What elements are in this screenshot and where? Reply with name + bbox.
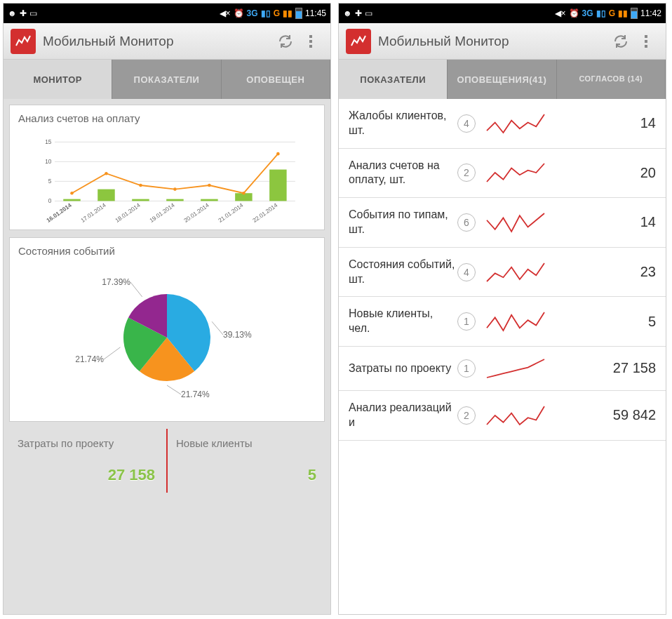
phone-right: ☻ ✚ ▭ ◀× ⏰ 3G ▮▯ G ▮▮ 11:42 Мобильный Мо… — [338, 3, 666, 615]
status-icon-image: ▭ — [29, 8, 37, 18]
indicator-row[interactable]: Анализ счетов на оплату, шт. 2 20 — [339, 149, 666, 199]
tab-notifications[interactable]: ОПОВЕЩЕН — [222, 60, 330, 99]
card-title: Анализ счетов на оплату — [10, 105, 324, 131]
svg-text:16.01.2014: 16.01.2014 — [46, 202, 73, 224]
status-time: 11:42 — [640, 8, 661, 18]
svg-text:0: 0 — [48, 198, 52, 204]
refresh-button[interactable] — [273, 29, 298, 54]
indicator-name: Анализ реализаций и — [349, 401, 457, 430]
svg-line-31 — [167, 385, 181, 394]
sparkline-icon — [484, 357, 547, 380]
refresh-button[interactable] — [608, 29, 633, 54]
status-time: 11:45 — [305, 8, 326, 18]
app-icon[interactable] — [346, 29, 371, 54]
status-icon-plus: ✚ — [355, 8, 362, 18]
battery-icon — [631, 8, 638, 19]
alarm-icon: ⏰ — [569, 8, 579, 18]
indicator-badge: 2 — [457, 406, 476, 425]
network-g: G — [274, 8, 280, 18]
svg-text:18.01.2014: 18.01.2014 — [114, 202, 142, 224]
indicator-badge: 4 — [457, 114, 476, 133]
tab-monitor[interactable]: МОНИТОР — [4, 60, 112, 99]
indicator-name: Затраты по проекту — [349, 361, 457, 376]
sparkline-icon — [484, 211, 547, 234]
mute-icon: ◀× — [220, 8, 231, 18]
indicator-value: 23 — [554, 264, 656, 280]
tab-approvals[interactable]: СОГЛАСОВ (14) — [557, 60, 666, 99]
svg-text:10: 10 — [45, 159, 52, 165]
svg-line-35 — [130, 282, 142, 297]
bottom-metrics: Затраты по проекту 27 158 Новые клиенты … — [9, 429, 325, 493]
indicator-badge: 1 — [457, 312, 476, 331]
indicator-value: 20 — [554, 165, 656, 181]
sparkline-icon — [484, 112, 547, 135]
indicator-badge: 6 — [457, 213, 476, 232]
svg-point-19 — [208, 184, 211, 187]
signal-bars-1: ▮▯ — [261, 8, 271, 18]
network-g: G — [609, 8, 615, 18]
svg-point-20 — [242, 192, 246, 195]
indicator-value: 27 158 — [554, 360, 656, 376]
indicator-row[interactable]: Затраты по проекту 1 27 158 — [339, 347, 666, 391]
status-bar: ☻ ✚ ▭ ◀× ⏰ 3G ▮▯ G ▮▮ 11:45 — [4, 4, 330, 23]
svg-rect-11 — [166, 199, 183, 201]
status-icon-cat: ☻ — [343, 8, 352, 18]
status-bar: ☻ ✚ ▭ ◀× ⏰ 3G ▮▯ G ▮▮ 11:42 — [339, 4, 666, 23]
svg-rect-12 — [201, 199, 217, 201]
card-title: Состояния событий — [10, 238, 324, 264]
svg-text:21.01.2014: 21.01.2014 — [217, 202, 245, 224]
metric-project-costs[interactable]: Затраты по проекту 27 158 — [9, 429, 168, 493]
mute-icon: ◀× — [555, 8, 566, 18]
card-event-states[interactable]: Состояния событий 39.13%21.74%21.74%17.3… — [9, 237, 325, 422]
tab-indicators[interactable]: ПОКАЗАТЕЛИ — [112, 60, 221, 99]
alarm-icon: ⏰ — [234, 8, 244, 18]
indicator-value: 5 — [554, 314, 656, 330]
metric-value: 27 158 — [18, 466, 158, 484]
svg-point-21 — [276, 152, 280, 156]
metric-value: 5 — [176, 466, 316, 484]
svg-rect-10 — [132, 199, 149, 201]
tab-notifications[interactable]: ОПОВЕЩЕНИЯ(41) — [448, 60, 556, 99]
svg-rect-14 — [269, 170, 286, 201]
sparkline-icon — [484, 310, 547, 333]
indicator-name: Жалобы клиентов, шт. — [349, 109, 457, 138]
svg-point-15 — [70, 192, 74, 195]
signal-bars-2: ▮▮ — [618, 8, 628, 18]
signal-bars-2: ▮▮ — [283, 8, 293, 18]
metric-new-clients[interactable]: Новые клиенты 5 — [168, 429, 325, 493]
card-invoice-analysis[interactable]: Анализ счетов на оплату 05101516.01.2014… — [9, 105, 325, 230]
app-icon[interactable] — [11, 29, 36, 54]
app-bar: Мобильный Монитор — [339, 23, 666, 60]
sparkline-icon — [484, 404, 547, 427]
tab-bar: ПОКАЗАТЕЛИ ОПОВЕЩЕНИЯ(41) СОГЛАСОВ (14) — [339, 60, 666, 99]
svg-text:17.01.2014: 17.01.2014 — [80, 202, 107, 224]
overflow-menu-button[interactable] — [298, 29, 323, 54]
indicator-name: Анализ счетов на оплату, шт. — [349, 159, 457, 188]
svg-text:21.74%: 21.74% — [181, 390, 210, 399]
indicator-value: 14 — [554, 115, 656, 131]
sparkline-icon — [484, 161, 547, 185]
overflow-menu-button[interactable] — [633, 29, 659, 54]
app-bar: Мобильный Монитор — [4, 23, 330, 60]
indicator-row[interactable]: Жалобы клиентов, шт. 4 14 — [339, 99, 666, 149]
indicator-row[interactable]: Новые клиенты, чел. 1 5 — [339, 297, 666, 347]
phone-left: ☻ ✚ ▭ ◀× ⏰ 3G ▮▯ G ▮▮ 11:45 Мобильный Мо… — [3, 3, 331, 615]
indicator-row[interactable]: Анализ реализаций и 2 59 842 — [339, 391, 666, 441]
indicator-badge: 2 — [457, 164, 476, 182]
svg-rect-9 — [98, 189, 114, 201]
app-title: Мобильный Монитор — [43, 34, 273, 49]
svg-text:17.39%: 17.39% — [102, 277, 130, 287]
content-area: Анализ счетов на оплату 05101516.01.2014… — [4, 99, 330, 614]
svg-text:15: 15 — [45, 139, 52, 145]
indicator-row[interactable]: Состояния событий, шт. 4 23 — [339, 248, 666, 298]
svg-line-33 — [104, 347, 120, 359]
indicator-row[interactable]: События по типам, шт. 6 14 — [339, 198, 666, 248]
indicators-list: Жалобы клиентов, шт. 4 14 Анализ счетов … — [339, 99, 666, 614]
bar-line-chart: 05101516.01.201417.01.201418.01.201419.0… — [10, 131, 324, 229]
pie-chart: 39.13%21.74%21.74%17.39% — [10, 264, 324, 421]
metric-label: Затраты по проекту — [18, 437, 158, 449]
status-icon-image: ▭ — [365, 8, 372, 18]
tab-indicators[interactable]: ПОКАЗАТЕЛИ — [339, 60, 448, 99]
status-icon-plus: ✚ — [20, 8, 27, 18]
svg-text:19.01.2014: 19.01.2014 — [149, 202, 176, 224]
